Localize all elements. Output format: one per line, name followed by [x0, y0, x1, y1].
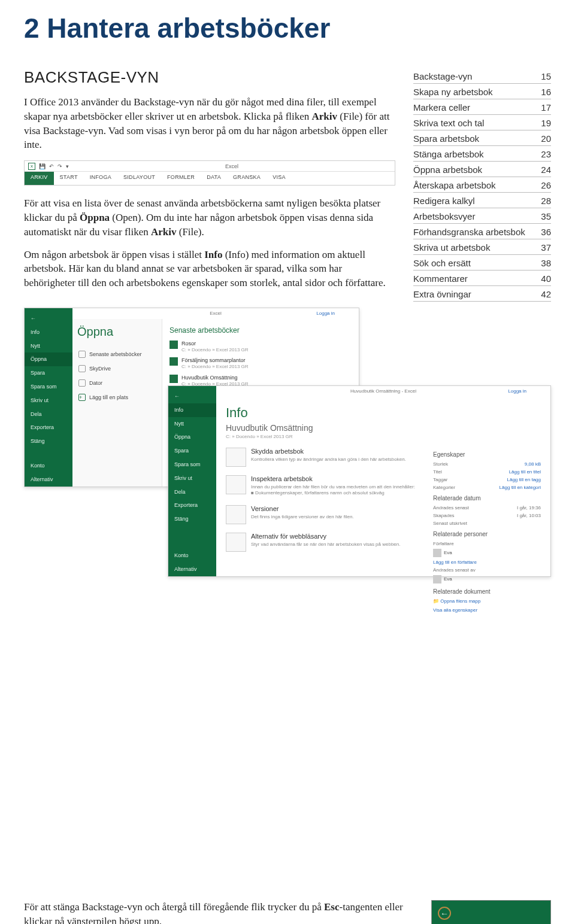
ribbon-tab-sidlayout[interactable]: SIDLAYOUT	[117, 172, 161, 185]
doc-name: Huvudbutik Omsättning	[226, 423, 541, 433]
ribbon-tab-arkiv[interactable]: ARKIV	[25, 172, 54, 185]
info-section: VersionerDet finns inga tidigare version…	[226, 505, 421, 524]
info-section-button[interactable]	[226, 448, 246, 467]
toc-row[interactable]: Skriva text och tal19	[413, 115, 551, 130]
toc-row[interactable]: Skapa ny arbetsbok16	[413, 84, 551, 99]
toc-row[interactable]: Spara arbetsbok20	[413, 130, 551, 146]
backstage-sidebar: ← Info Nytt Öppna Spara Spara som Skriv …	[25, 308, 72, 487]
add-author-link[interactable]: Lägg till en författare	[433, 558, 541, 566]
sidebar-item-konto[interactable]: Konto	[168, 549, 216, 563]
sidebar-item-spara[interactable]: Spara	[168, 444, 216, 458]
toc-row[interactable]: Förhandsgranska arbetsbok36	[413, 224, 551, 239]
sidebar-item-konto[interactable]: Konto	[25, 459, 72, 473]
author-row: Författare	[433, 540, 541, 548]
source-computer[interactable]: Dator	[77, 376, 157, 390]
file-path: C: » Docendo » Excel 2013 GR	[181, 347, 249, 353]
file-path: C: » Docendo » Excel 2013 GR	[181, 364, 249, 370]
recent-file-item[interactable]: RosorC: » Docendo » Excel 2013 GR	[170, 341, 352, 352]
modified-by-name: Eva	[444, 576, 452, 582]
sidebar-item-exportera[interactable]: Exportera	[168, 499, 216, 512]
recent-file-item[interactable]: Försäljning sommarplantorC: » Docendo » …	[170, 357, 352, 369]
prop-value[interactable]: Lägg till en kategori	[500, 485, 541, 490]
sidebar-item-alternativ[interactable]: Alternativ	[25, 473, 72, 487]
toc-label: Kommentarer	[413, 273, 468, 284]
chapter-title: 2 Hantera arbetsböcker	[24, 12, 551, 44]
toc-row[interactable]: Extra övningar42	[413, 286, 551, 302]
info-section-button[interactable]	[226, 505, 246, 524]
sidebar-item-skriv-ut[interactable]: Skriv ut	[25, 394, 72, 408]
ribbon-tab-start[interactable]: START	[54, 172, 84, 185]
login-link[interactable]: Logga in	[316, 308, 335, 319]
login-link[interactable]: Logga in	[508, 386, 526, 397]
source-recent[interactable]: Senaste arbetsböcker	[77, 347, 157, 361]
toc-label: Redigera kalkyl	[413, 196, 475, 206]
ribbon-tab-data[interactable]: DATA	[201, 172, 227, 185]
sidebar-item-stang[interactable]: Stäng	[25, 434, 72, 448]
toc-row[interactable]: Kommentarer40	[413, 270, 551, 286]
sidebar-item-spara-som[interactable]: Spara som	[25, 380, 72, 394]
toc-row[interactable]: Sök och ersätt38	[413, 255, 551, 270]
prop-value[interactable]: Lägg till en tagg	[507, 477, 541, 482]
show-all-link[interactable]: Visa alla egenskaper	[433, 605, 541, 615]
ribbon-tab-granska[interactable]: GRANSKA	[227, 172, 267, 185]
avatar-icon	[433, 575, 441, 583]
date-key: Skapades	[433, 513, 455, 518]
author-label: Författare	[433, 541, 454, 546]
file-name: Rosor	[181, 341, 249, 347]
sidebar-item-spara[interactable]: Spara	[25, 366, 72, 380]
toc-page: 28	[541, 196, 551, 206]
text: För att stänga Backstage-vyn och återgå …	[24, 901, 324, 913]
doc-path: C: » Docendo » Excel 2013 GR	[226, 434, 541, 439]
prop-key: Kategorier	[433, 485, 455, 490]
window-title: Huvudbutik Omsättning - Excel	[350, 388, 416, 394]
toc-row[interactable]: Återskapa arbetsbok26	[413, 177, 551, 193]
sidebar-item-dela[interactable]: Dela	[25, 408, 72, 421]
back-arrow-icon[interactable]: ←	[168, 390, 216, 403]
open-folder-link[interactable]: 📁 Öppna filens mapp	[433, 597, 541, 605]
sidebar-item-skriv-ut[interactable]: Skriv ut	[168, 472, 216, 485]
source-label: Dator	[89, 380, 102, 386]
ribbon-tab-visa[interactable]: VISA	[267, 172, 292, 185]
info-section-button[interactable]	[226, 475, 246, 494]
backstage-info-panel: Huvudbutik Omsättning - Excel Logga in ←…	[168, 385, 551, 577]
sidebar-item-stang[interactable]: Stäng	[168, 512, 216, 526]
info-section-button[interactable]	[226, 533, 246, 552]
sidebar-item-exportera[interactable]: Exportera	[25, 421, 72, 434]
sidebar-item-spara-som[interactable]: Spara som	[168, 458, 216, 472]
sidebar-item-nytt[interactable]: Nytt	[168, 417, 216, 431]
prop-value[interactable]: 9,08 kB	[525, 461, 541, 467]
info-section: Skydda arbetsbokKontrollera vilken typ a…	[226, 448, 421, 467]
sidebar-item-oppna[interactable]: Öppna	[25, 352, 72, 366]
prop-value[interactable]: Lägg till en titel	[509, 469, 541, 475]
sidebar-item-info[interactable]: Info	[168, 403, 216, 417]
toc-page: 15	[541, 71, 551, 81]
toc-row[interactable]: Arbetsboksvyer35	[413, 208, 551, 224]
sidebar-item-nytt[interactable]: Nytt	[25, 339, 72, 353]
paragraph-1: I Office 2013 använder du Backstage-vyn …	[24, 95, 395, 152]
toc-row[interactable]: Skriva ut arbetsbok37	[413, 239, 551, 255]
ribbon-tab-formler[interactable]: FORMLER	[161, 172, 201, 185]
source-add-place[interactable]: +Lägg till en plats	[77, 390, 157, 405]
back-arrow-highlighted-icon[interactable]: ←	[438, 907, 451, 920]
sidebar-item-alternativ[interactable]: Alternativ	[168, 563, 216, 576]
property-row: KategorierLägg till en kategori	[433, 484, 541, 491]
excel-file-icon	[170, 357, 178, 366]
sidebar-item-dela[interactable]: Dela	[168, 485, 216, 499]
toc-column: Backstage-vyn15Skapa ny arbetsbok16Marke…	[413, 68, 551, 302]
bold-text: Öppna	[80, 212, 110, 223]
toc-page: 17	[541, 102, 551, 113]
toc-row[interactable]: Backstage-vyn15	[413, 68, 551, 84]
open-sources: Öppna Senaste arbetsböcker SkyDrive Dato…	[72, 319, 162, 487]
info-section-desc: Innan du publicerar den här filen bör du…	[251, 484, 415, 497]
toc-row[interactable]: Öppna arbetsbok24	[413, 162, 551, 177]
sidebar-item-oppna[interactable]: Öppna	[168, 430, 216, 444]
source-skydrive[interactable]: SkyDrive	[77, 361, 157, 376]
ribbon-tab-infoga[interactable]: INFOGA	[84, 172, 117, 185]
toc-row[interactable]: Stänga arbetsbok23	[413, 146, 551, 162]
toc-row[interactable]: Markera celler17	[413, 99, 551, 115]
dropdown-icon: ▾	[66, 163, 69, 169]
info-content: Info Huvudbutik Omsättning C: » Docendo …	[216, 397, 550, 576]
toc-row[interactable]: Redigera kalkyl28	[413, 193, 551, 208]
sidebar-item-info[interactable]: Info	[25, 326, 72, 339]
back-arrow-icon[interactable]: ←	[25, 312, 72, 326]
